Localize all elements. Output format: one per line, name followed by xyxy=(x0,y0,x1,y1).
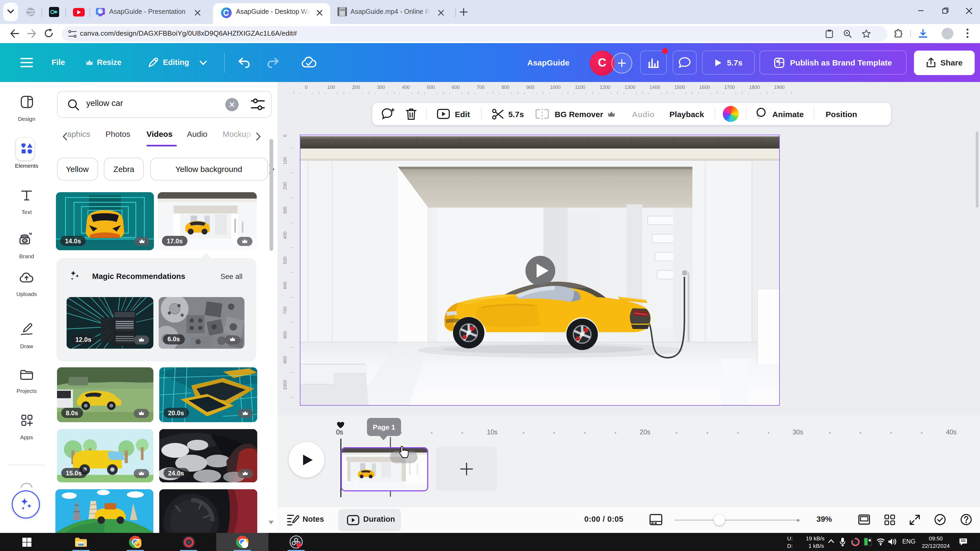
svg-text:200: 200 xyxy=(283,182,288,189)
svg-text:200: 200 xyxy=(352,85,360,90)
svg-text:600: 600 xyxy=(452,85,460,90)
svg-text:800: 800 xyxy=(501,85,509,90)
svg-text:600: 600 xyxy=(283,282,288,289)
svg-text:400: 400 xyxy=(283,232,288,239)
svg-text:300: 300 xyxy=(377,85,385,90)
svg-text:900: 900 xyxy=(283,356,288,364)
svg-text:1300: 1300 xyxy=(625,85,635,90)
svg-text:100: 100 xyxy=(283,157,288,165)
svg-text:1500: 1500 xyxy=(674,85,685,90)
svg-text:500: 500 xyxy=(426,85,434,90)
svg-text:1400: 1400 xyxy=(649,85,660,90)
svg-text:co: co xyxy=(23,239,27,243)
svg-text:500: 500 xyxy=(283,257,288,264)
svg-text:1900: 1900 xyxy=(774,85,784,90)
svg-text:0: 0 xyxy=(283,135,288,137)
svg-text:700: 700 xyxy=(476,85,484,90)
svg-text:1700: 1700 xyxy=(724,85,735,90)
svg-text:1600: 1600 xyxy=(699,85,710,90)
svg-text:100: 100 xyxy=(327,85,335,90)
svg-text:1200: 1200 xyxy=(600,85,610,90)
svg-text:1000: 1000 xyxy=(550,85,561,90)
svg-text:300: 300 xyxy=(283,206,288,214)
svg-text:1100: 1100 xyxy=(575,85,585,90)
svg-text:900: 900 xyxy=(526,85,534,90)
svg-text:1000: 1000 xyxy=(283,380,288,390)
svg-text:400: 400 xyxy=(402,85,410,90)
svg-text:800: 800 xyxy=(283,331,288,338)
svg-text:0: 0 xyxy=(305,85,307,90)
svg-text:700: 700 xyxy=(283,306,288,314)
svg-text:1800: 1800 xyxy=(749,85,760,90)
